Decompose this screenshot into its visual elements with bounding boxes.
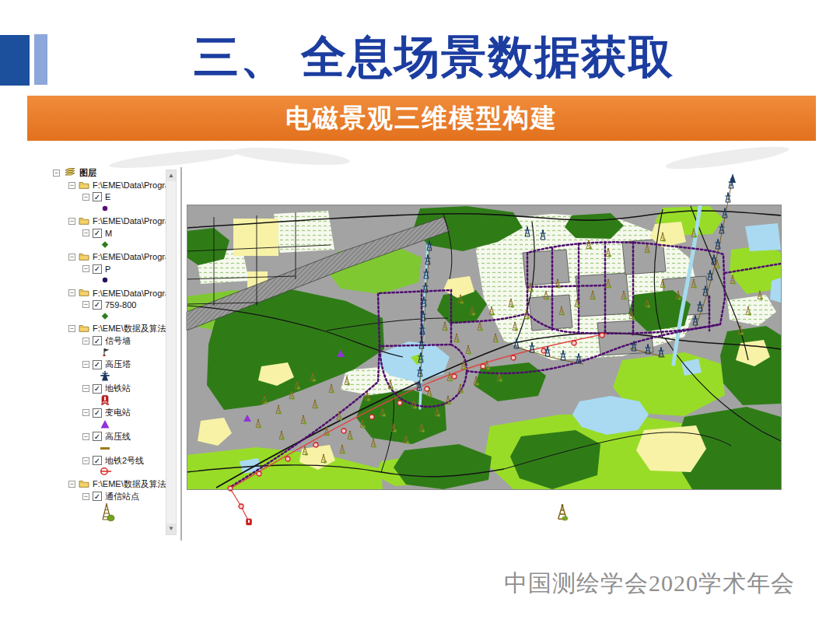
toc-group[interactable]: −F:\EME\数据及算法资料 <box>51 323 166 334</box>
dot-navy-icon <box>99 275 111 286</box>
folder-icon <box>79 324 89 334</box>
toc-layer-label: 通信站点 <box>105 491 139 502</box>
layers-panel: −图层−F:\EME\Data\Program−✓E−F:\EME\Data\P… <box>51 167 166 539</box>
expand-icon[interactable]: − <box>53 170 60 177</box>
toc-layer-通信站点[interactable]: −✓通信站点 <box>51 491 166 502</box>
toc-layer-label: 地铁站 <box>105 383 131 394</box>
signal-flag-icon <box>99 347 111 359</box>
folder-icon <box>79 288 89 298</box>
expand-icon[interactable]: − <box>82 433 89 440</box>
folder-icon <box>79 479 89 489</box>
expand-icon[interactable]: − <box>82 265 89 272</box>
expand-icon[interactable]: − <box>68 182 75 189</box>
toc-scrollbar[interactable]: ▲ ▼ <box>166 170 177 535</box>
toc-layer-label: E <box>105 192 110 201</box>
toc-layer-label: 地铁2号线 <box>105 455 144 467</box>
expand-icon[interactable]: − <box>68 254 75 261</box>
toc-layer-高压塔[interactable]: −✓高压塔 <box>51 359 166 370</box>
dot-navy-symbol <box>51 275 166 287</box>
expand-icon[interactable]: − <box>82 493 89 500</box>
toc-layer-地铁站[interactable]: −✓地铁站 <box>51 383 166 394</box>
toc-layer-M[interactable]: −✓M <box>51 227 166 239</box>
layer-checkbox[interactable]: ✓ <box>93 300 102 310</box>
toc-layer-label: M <box>105 229 112 238</box>
toc-root-layers[interactable]: −图层 <box>51 167 166 179</box>
toc-layer-地铁2号线[interactable]: −✓地铁2号线 <box>51 454 166 466</box>
metro-line-symbol <box>51 467 166 478</box>
toc-group[interactable]: −F:\EME\Data\Program <box>51 215 166 227</box>
expand-icon[interactable]: − <box>82 338 89 345</box>
scroll-up-icon[interactable]: ▲ <box>166 170 176 181</box>
toc-layer-变电站[interactable]: −✓变电站 <box>51 407 166 418</box>
expand-icon[interactable]: − <box>82 361 89 368</box>
pylon-navy-icon <box>99 371 111 383</box>
toc-layer-label: 高压塔 <box>105 359 131 370</box>
toc-group-label: F:\EME\Data\Program <box>93 180 166 190</box>
toc-layer-759-800[interactable]: −✓759-800 <box>51 299 166 310</box>
section-banner: 电磁景观三维模型构建 <box>27 96 816 141</box>
layer-checkbox[interactable]: ✓ <box>93 408 102 418</box>
toc-group-label: F:\EME\Data\Program <box>93 216 166 226</box>
map-view[interactable] <box>187 205 782 490</box>
diamond-green-icon <box>99 311 111 323</box>
toc-layer-label: 信号墙 <box>105 335 131 347</box>
folder-icon <box>79 252 89 262</box>
dot-purple-icon <box>99 204 111 215</box>
triangle-purple-symbol <box>51 418 166 430</box>
panel-divider <box>180 167 182 541</box>
section-banner-label: 电磁景观三维模型构建 <box>285 101 558 136</box>
toc-layer-高压线[interactable]: −✓高压线 <box>51 431 166 443</box>
tower-comm-icon <box>99 502 117 525</box>
toc-group-label: F:\EME\Data\Program <box>93 252 166 261</box>
toc-layer-label: 759-800 <box>105 300 136 310</box>
toc-layer-P[interactable]: −✓P <box>51 263 166 275</box>
expand-icon[interactable]: − <box>68 481 75 488</box>
layer-checkbox[interactable]: ✓ <box>93 432 102 441</box>
expand-icon[interactable]: − <box>68 289 75 296</box>
expand-icon[interactable]: − <box>82 194 89 201</box>
toc-layer-E[interactable]: −✓E <box>51 191 166 203</box>
scroll-down-icon[interactable]: ▼ <box>166 523 176 534</box>
toc-group[interactable]: −F:\EME\Data\Program <box>51 179 166 191</box>
metro-line-icon <box>99 467 113 478</box>
toc-layer-label: 高压线 <box>105 431 131 443</box>
layers-icon <box>63 167 76 179</box>
layer-checkbox[interactable]: ✓ <box>93 336 102 345</box>
slide: 三、 全息场景数据获取 电磁景观三维模型构建 −图层−F:\EME\Data\P… <box>0 0 840 630</box>
footer-text: 中国测绘学会2020学术年会 <box>504 568 795 600</box>
layer-checkbox[interactable]: ✓ <box>93 360 102 369</box>
toc-group[interactable]: −F:\EME\数据及算法资料 <box>51 478 166 490</box>
toc-group[interactable]: −F:\EME\Data\Program <box>51 287 166 299</box>
expand-icon[interactable]: − <box>82 301 89 308</box>
toc-layer-label: P <box>105 264 110 274</box>
diamond-green-icon <box>99 240 111 251</box>
toc-group-label: F:\EME\Data\Program <box>93 289 166 298</box>
expand-icon[interactable]: − <box>82 229 89 236</box>
layer-checkbox[interactable]: ✓ <box>93 492 102 501</box>
layer-checkbox[interactable]: ✓ <box>93 192 102 201</box>
expand-icon[interactable]: − <box>82 457 89 464</box>
layer-checkbox[interactable]: ✓ <box>93 229 102 238</box>
diamond-green-symbol <box>51 239 166 250</box>
train-red-icon <box>99 394 111 406</box>
triangle-purple-icon <box>99 418 111 430</box>
train-red-symbol <box>51 394 166 406</box>
toc-group-label: F:\EME\数据及算法资料 <box>93 478 166 490</box>
diamond-green-symbol <box>51 311 166 323</box>
layer-checkbox[interactable]: ✓ <box>93 264 102 274</box>
expand-icon[interactable]: − <box>68 218 75 225</box>
folder-icon <box>79 216 89 226</box>
layer-checkbox[interactable]: ✓ <box>93 384 102 394</box>
line-olive-icon <box>99 443 111 454</box>
line-olive-symbol <box>51 443 166 454</box>
layer-checkbox[interactable]: ✓ <box>93 456 102 465</box>
signal-flag-symbol <box>51 347 166 359</box>
toc-group[interactable]: −F:\EME\Data\Program <box>51 251 166 263</box>
background-watermark <box>665 142 790 173</box>
dot-purple-symbol <box>51 203 166 215</box>
expand-icon[interactable]: − <box>82 409 89 416</box>
toc-layer-信号墙[interactable]: −✓信号墙 <box>51 334 166 346</box>
page-title: 三、 全息场景数据获取 <box>14 26 840 87</box>
expand-icon[interactable]: − <box>82 385 89 392</box>
expand-icon[interactable]: − <box>68 325 75 332</box>
